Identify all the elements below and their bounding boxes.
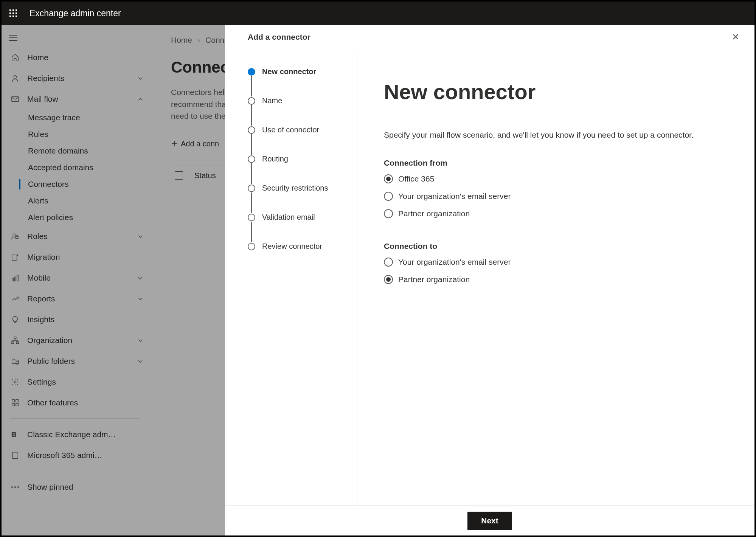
svg-rect-1 (12, 9, 14, 11)
step-connector-line (251, 76, 252, 96)
app-title: Exchange admin center (25, 8, 121, 19)
step-dot-icon (248, 214, 255, 221)
radio-to-partner[interactable]: Partner organization (384, 275, 728, 284)
step-validation-email[interactable]: Validation email (248, 213, 346, 222)
svg-rect-8 (16, 16, 17, 17)
radio-icon (384, 192, 393, 201)
dialog-title: Add a connector (248, 33, 727, 42)
radio-icon (384, 258, 393, 267)
step-label: Use of connector (262, 126, 319, 134)
svg-rect-5 (16, 12, 17, 14)
topbar: Exchange admin center (2, 2, 754, 25)
radio-icon (384, 174, 393, 183)
step-label: Routing (262, 155, 288, 163)
step-dot-icon (248, 185, 255, 192)
app-launcher-icon[interactable] (2, 2, 25, 25)
radio-icon (384, 209, 393, 218)
step-review-connector[interactable]: Review connector (248, 242, 346, 251)
svg-rect-0 (9, 9, 11, 11)
form-intro: Specify your mail flow scenario, and we'… (384, 130, 728, 140)
step-new-connector[interactable]: New connector (248, 67, 346, 76)
step-connector-line (251, 163, 252, 184)
radio-label: Your organization's email server (398, 258, 511, 267)
svg-rect-7 (12, 16, 14, 17)
step-connector-line (251, 134, 252, 155)
radio-to-org-server[interactable]: Your organization's email server (384, 258, 728, 267)
step-dot-icon (248, 155, 255, 163)
dialog-footer: Next (225, 505, 754, 535)
radio-from-partner[interactable]: Partner organization (384, 209, 728, 218)
step-label: New connector (262, 67, 316, 76)
step-connector-line (251, 192, 252, 213)
svg-rect-6 (9, 16, 11, 17)
radio-label: Partner organization (398, 275, 470, 284)
radio-label: Office 365 (398, 174, 434, 183)
connection-from-label: Connection from (384, 158, 728, 168)
add-connector-dialog: Add a connector ✕ New connector Name (225, 25, 754, 535)
step-routing[interactable]: Routing (248, 155, 346, 163)
step-dot-icon (248, 126, 255, 134)
dialog-header: Add a connector ✕ (225, 25, 754, 49)
form-heading: New connector (384, 79, 728, 104)
radio-label: Partner organization (398, 209, 470, 218)
connection-to-label: Connection to (384, 242, 728, 251)
step-security-restrictions[interactable]: Security restrictions (248, 184, 346, 192)
step-dot-icon (248, 68, 255, 76)
radio-icon (384, 275, 393, 284)
step-label: Security restrictions (262, 184, 328, 192)
wizard-form: New connector Specify your mail flow sce… (357, 49, 754, 505)
step-dot-icon (248, 243, 255, 250)
svg-rect-2 (16, 9, 17, 11)
svg-rect-3 (9, 12, 11, 14)
step-dot-icon (248, 97, 255, 105)
step-label: Validation email (262, 213, 315, 222)
next-button[interactable]: Next (467, 512, 512, 530)
radio-from-office365[interactable]: Office 365 (384, 174, 728, 183)
step-name[interactable]: Name (248, 96, 346, 105)
step-connector-line (251, 105, 252, 126)
svg-rect-4 (12, 12, 14, 14)
step-label: Review connector (262, 242, 322, 251)
close-icon[interactable]: ✕ (727, 29, 744, 45)
step-use-of-connector[interactable]: Use of connector (248, 126, 346, 134)
radio-label: Your organization's email server (398, 192, 511, 201)
radio-from-org-server[interactable]: Your organization's email server (384, 192, 728, 201)
wizard-stepper: New connector Name Use of connector (225, 49, 357, 505)
step-label: Name (262, 96, 282, 105)
step-connector-line (251, 222, 252, 242)
